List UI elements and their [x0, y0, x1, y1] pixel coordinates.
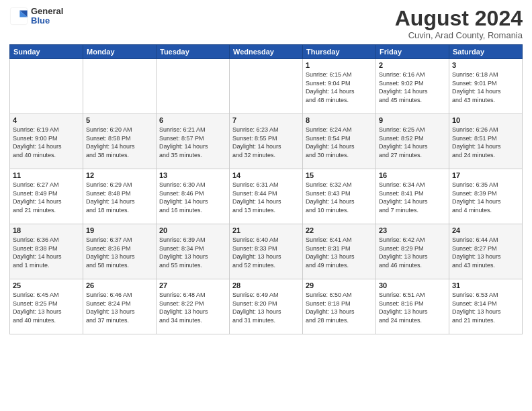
table-row: 27Sunrise: 6:48 AM Sunset: 8:22 PM Dayli… [157, 279, 230, 334]
day-info: Sunrise: 6:15 AM Sunset: 9:04 PM Dayligh… [306, 71, 373, 104]
day-number: 23 [379, 226, 446, 234]
table-row: 28Sunrise: 6:49 AM Sunset: 8:20 PM Dayli… [230, 279, 303, 334]
table-row: 8Sunrise: 6:24 AM Sunset: 8:54 PM Daylig… [303, 114, 376, 169]
day-number: 18 [13, 226, 80, 234]
table-row: 23Sunrise: 6:42 AM Sunset: 8:29 PM Dayli… [376, 224, 449, 279]
table-row: 5Sunrise: 6:20 AM Sunset: 8:58 PM Daylig… [83, 114, 157, 169]
table-row: 1Sunrise: 6:15 AM Sunset: 9:04 PM Daylig… [303, 59, 376, 114]
day-info: Sunrise: 6:49 AM Sunset: 8:20 PM Dayligh… [232, 291, 300, 324]
day-number: 5 [86, 116, 153, 124]
table-row: 15Sunrise: 6:32 AM Sunset: 8:43 PM Dayli… [303, 169, 376, 224]
table-row: 2Sunrise: 6:16 AM Sunset: 9:02 PM Daylig… [376, 59, 449, 114]
day-info: Sunrise: 6:44 AM Sunset: 8:27 PM Dayligh… [452, 236, 519, 269]
day-number: 15 [306, 171, 373, 179]
table-row: 26Sunrise: 6:46 AM Sunset: 8:24 PM Dayli… [83, 279, 157, 334]
table-row: 21Sunrise: 6:40 AM Sunset: 8:33 PM Dayli… [230, 224, 303, 279]
day-number: 13 [159, 171, 226, 179]
col-saturday: Saturday [449, 45, 523, 59]
logo-blue-label: Blue [31, 16, 63, 26]
col-sunday: Sunday [10, 45, 83, 59]
day-number: 1 [306, 61, 373, 69]
day-number: 22 [306, 226, 373, 234]
calendar-week-row: 4Sunrise: 6:19 AM Sunset: 9:00 PM Daylig… [10, 114, 523, 169]
day-info: Sunrise: 6:19 AM Sunset: 9:00 PM Dayligh… [13, 126, 80, 159]
logo-text: General Blue [31, 7, 63, 26]
day-info: Sunrise: 6:31 AM Sunset: 8:44 PM Dayligh… [232, 181, 300, 214]
day-number: 31 [452, 281, 519, 289]
logo-general-label: General [31, 7, 63, 16]
table-row: 22Sunrise: 6:41 AM Sunset: 8:31 PM Dayli… [303, 224, 376, 279]
day-number: 30 [379, 281, 446, 289]
day-info: Sunrise: 6:42 AM Sunset: 8:29 PM Dayligh… [379, 236, 446, 269]
table-row: 18Sunrise: 6:36 AM Sunset: 8:38 PM Dayli… [10, 224, 83, 279]
title-block: August 2024 Cuvin, Arad County, Romania [395, 7, 523, 40]
day-info: Sunrise: 6:50 AM Sunset: 8:18 PM Dayligh… [306, 291, 373, 324]
day-info: Sunrise: 6:40 AM Sunset: 8:33 PM Dayligh… [232, 236, 300, 269]
day-number: 9 [379, 116, 446, 124]
day-info: Sunrise: 6:29 AM Sunset: 8:48 PM Dayligh… [86, 181, 153, 214]
col-friday: Friday [376, 45, 449, 59]
day-number: 12 [86, 171, 153, 179]
table-row: 25Sunrise: 6:45 AM Sunset: 8:25 PM Dayli… [10, 279, 83, 334]
day-number: 4 [13, 116, 80, 124]
logo: General Blue [9, 7, 63, 26]
day-info: Sunrise: 6:41 AM Sunset: 8:31 PM Dayligh… [306, 236, 373, 269]
table-row: 10Sunrise: 6:26 AM Sunset: 8:51 PM Dayli… [449, 114, 523, 169]
day-info: Sunrise: 6:53 AM Sunset: 8:14 PM Dayligh… [452, 291, 519, 324]
day-info: Sunrise: 6:48 AM Sunset: 8:22 PM Dayligh… [159, 291, 226, 324]
header: General Blue August 2024 Cuvin, Arad Cou… [9, 7, 523, 40]
table-row: 13Sunrise: 6:30 AM Sunset: 8:46 PM Dayli… [157, 169, 230, 224]
day-number: 14 [232, 171, 300, 179]
day-number: 16 [379, 171, 446, 179]
table-row: 4Sunrise: 6:19 AM Sunset: 9:00 PM Daylig… [10, 114, 83, 169]
col-wednesday: Wednesday [230, 45, 303, 59]
day-number: 3 [452, 61, 519, 69]
day-number: 26 [86, 281, 153, 289]
location-subtitle: Cuvin, Arad County, Romania [395, 30, 523, 40]
day-info: Sunrise: 6:21 AM Sunset: 8:57 PM Dayligh… [159, 126, 226, 159]
day-number: 27 [159, 281, 226, 289]
calendar-header-row: Sunday Monday Tuesday Wednesday Thursday… [10, 45, 523, 59]
table-row: 12Sunrise: 6:29 AM Sunset: 8:48 PM Dayli… [83, 169, 157, 224]
table-row [10, 59, 83, 114]
day-info: Sunrise: 6:16 AM Sunset: 9:02 PM Dayligh… [379, 71, 446, 104]
table-row: 30Sunrise: 6:51 AM Sunset: 8:16 PM Dayli… [376, 279, 449, 334]
day-info: Sunrise: 6:18 AM Sunset: 9:01 PM Dayligh… [452, 71, 519, 104]
calendar-week-row: 18Sunrise: 6:36 AM Sunset: 8:38 PM Dayli… [10, 224, 523, 279]
day-number: 6 [159, 116, 226, 124]
table-row: 14Sunrise: 6:31 AM Sunset: 8:44 PM Dayli… [230, 169, 303, 224]
day-info: Sunrise: 6:25 AM Sunset: 8:52 PM Dayligh… [379, 126, 446, 159]
table-row [83, 59, 157, 114]
table-row: 31Sunrise: 6:53 AM Sunset: 8:14 PM Dayli… [449, 279, 523, 334]
day-number: 17 [452, 171, 519, 179]
day-info: Sunrise: 6:45 AM Sunset: 8:25 PM Dayligh… [13, 291, 80, 324]
table-row: 3Sunrise: 6:18 AM Sunset: 9:01 PM Daylig… [449, 59, 523, 114]
day-number: 25 [13, 281, 80, 289]
calendar-week-row: 11Sunrise: 6:27 AM Sunset: 8:49 PM Dayli… [10, 169, 523, 224]
table-row [157, 59, 230, 114]
table-row: 11Sunrise: 6:27 AM Sunset: 8:49 PM Dayli… [10, 169, 83, 224]
day-info: Sunrise: 6:27 AM Sunset: 8:49 PM Dayligh… [13, 181, 80, 214]
day-number: 8 [306, 116, 373, 124]
month-title: August 2024 [395, 7, 523, 30]
table-row: 16Sunrise: 6:34 AM Sunset: 8:41 PM Dayli… [376, 169, 449, 224]
table-row: 24Sunrise: 6:44 AM Sunset: 8:27 PM Dayli… [449, 224, 523, 279]
table-row: 9Sunrise: 6:25 AM Sunset: 8:52 PM Daylig… [376, 114, 449, 169]
day-number: 24 [452, 226, 519, 234]
day-number: 28 [232, 281, 300, 289]
day-info: Sunrise: 6:32 AM Sunset: 8:43 PM Dayligh… [306, 181, 373, 214]
day-info: Sunrise: 6:26 AM Sunset: 8:51 PM Dayligh… [452, 126, 519, 159]
day-info: Sunrise: 6:37 AM Sunset: 8:36 PM Dayligh… [86, 236, 153, 269]
day-info: Sunrise: 6:24 AM Sunset: 8:54 PM Dayligh… [306, 126, 373, 159]
col-tuesday: Tuesday [157, 45, 230, 59]
day-number: 2 [379, 61, 446, 69]
table-row: 7Sunrise: 6:23 AM Sunset: 8:55 PM Daylig… [230, 114, 303, 169]
day-info: Sunrise: 6:46 AM Sunset: 8:24 PM Dayligh… [86, 291, 153, 324]
col-thursday: Thursday [303, 45, 376, 59]
day-number: 20 [159, 226, 226, 234]
day-number: 7 [232, 116, 300, 124]
day-number: 29 [306, 281, 373, 289]
table-row: 29Sunrise: 6:50 AM Sunset: 8:18 PM Dayli… [303, 279, 376, 334]
logo-icon [9, 7, 28, 26]
calendar-week-row: 1Sunrise: 6:15 AM Sunset: 9:04 PM Daylig… [10, 59, 523, 114]
